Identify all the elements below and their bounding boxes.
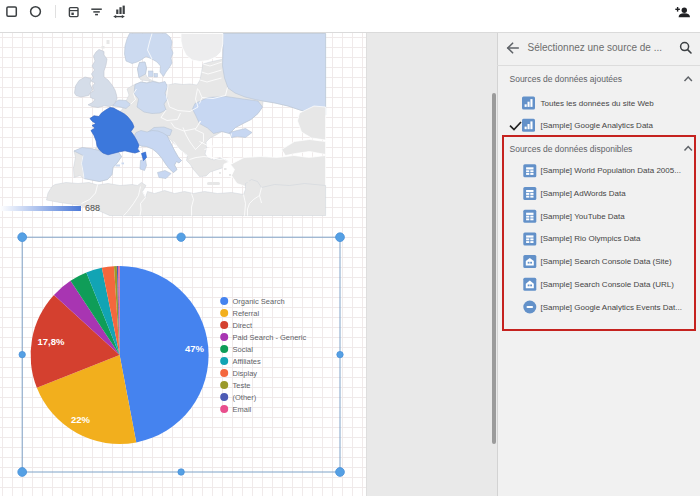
- svg-text:Referral: Referral: [233, 309, 260, 318]
- svg-text:Organic Search: Organic Search: [233, 297, 285, 306]
- svg-text:22%: 22%: [71, 414, 91, 425]
- svg-text:Email: Email: [233, 405, 252, 414]
- svg-text:Social: Social: [233, 345, 254, 354]
- svg-text:Display: Display: [233, 369, 258, 378]
- svg-text:Teste: Teste: [233, 381, 251, 390]
- svg-text:Direct: Direct: [233, 321, 254, 330]
- svg-text:(Other): (Other): [233, 393, 257, 402]
- svg-text:Affiliates: Affiliates: [233, 357, 261, 366]
- svg-text:17,8%: 17,8%: [38, 336, 65, 347]
- svg-text:47%: 47%: [185, 343, 205, 354]
- svg-text:Paid Search - Generic: Paid Search - Generic: [233, 333, 307, 342]
